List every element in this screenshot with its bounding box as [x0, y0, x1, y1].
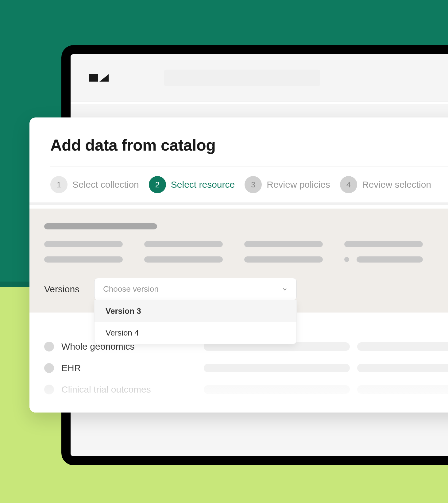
versions-row: Versions Choose version Version 3 Versio… [44, 263, 448, 313]
step-select-collection[interactable]: 1 Select collection [50, 176, 139, 193]
step-label: Select collection [72, 179, 139, 190]
radio-icon[interactable] [44, 363, 54, 373]
skeleton-block [44, 256, 123, 263]
versions-label: Versions [44, 284, 79, 294]
step-label: Select resource [171, 179, 235, 190]
chevron-down-icon [282, 286, 288, 292]
dropdown-menu: Version 3 Version 4 [94, 300, 297, 344]
skeleton-block [244, 256, 323, 263]
skeleton-block [144, 241, 223, 247]
skeleton-pill [357, 364, 448, 372]
step-label: Review selection [362, 179, 431, 190]
step-label: Review policies [267, 179, 330, 190]
app-header [71, 54, 448, 102]
skeleton-pill [204, 364, 350, 372]
step-number: 4 [340, 176, 357, 193]
add-data-modal: Add data from catalog 1 Select collectio… [29, 117, 448, 413]
skeleton-dot [344, 257, 349, 262]
modal-title: Add data from catalog [29, 136, 448, 167]
skeleton-pill [204, 385, 350, 394]
step-review-selection[interactable]: 4 Review selection [340, 176, 431, 193]
skeleton-heading [44, 223, 157, 229]
dropdown-trigger[interactable]: Choose version [94, 278, 297, 300]
skeleton-block [244, 241, 323, 247]
resource-item-clinical-trial[interactable]: Clinical trial outcomes [44, 379, 448, 400]
app-logo-icon [89, 74, 109, 82]
search-input-placeholder[interactable] [164, 70, 320, 86]
dropdown-option-version-4[interactable]: Version 4 [95, 322, 296, 344]
radio-icon[interactable] [44, 385, 54, 394]
step-number: 1 [50, 176, 68, 193]
versions-dropdown[interactable]: Choose version Version 3 Version 4 [94, 278, 297, 300]
step-select-resource[interactable]: 2 Select resource [149, 176, 235, 193]
progress-bar [29, 202, 448, 205]
skeleton-block [357, 256, 423, 263]
skeleton-block [344, 241, 423, 247]
step-review-policies[interactable]: 3 Review policies [245, 176, 330, 193]
content-panel: Versions Choose version Version 3 Versio… [29, 209, 448, 313]
resource-item-ehr[interactable]: EHR [44, 357, 448, 379]
skeleton-pill [357, 342, 448, 351]
skeleton-pill [357, 385, 448, 394]
step-number: 3 [245, 176, 262, 193]
radio-icon[interactable] [44, 342, 54, 351]
step-number: 2 [149, 176, 166, 193]
skeleton-block [144, 256, 223, 263]
skeleton-block [44, 241, 123, 247]
dropdown-option-version-3[interactable]: Version 3 [95, 300, 296, 322]
app-body [71, 102, 448, 104]
stepper: 1 Select collection 2 Select resource 3 … [29, 167, 448, 202]
resource-label: EHR [61, 363, 196, 373]
resource-label: Clinical trial outcomes [61, 384, 196, 395]
dropdown-placeholder: Choose version [103, 284, 159, 294]
